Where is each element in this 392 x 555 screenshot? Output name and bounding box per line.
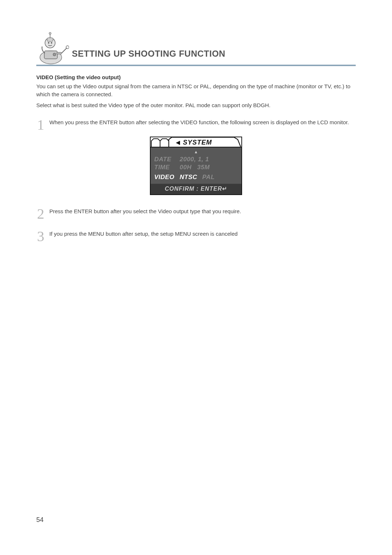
svg-point-5 <box>66 46 69 49</box>
svg-rect-3 <box>57 52 62 54</box>
svg-point-2 <box>53 53 56 56</box>
lcd-screen: ◀ SYSTEM ▲ DATE 2000, 1, 1 TIME 00H 35M <box>150 137 242 195</box>
svg-rect-7 <box>47 38 53 41</box>
header-row: SETTING UP SHOOTING FUNCTION <box>36 29 356 65</box>
lcd-video-pal: PAL <box>202 174 215 181</box>
paragraph-1: You can set up the Video output signal f… <box>36 82 356 98</box>
robot-cartoon-icon <box>36 29 69 65</box>
lcd-time-label: TIME <box>154 163 180 171</box>
step-row-1: 1 When you press the ENTER button after … <box>36 118 356 131</box>
step-row-3: 3 If you press the MENU button after set… <box>36 230 356 243</box>
left-arrow-icon: ◀ <box>176 139 180 145</box>
lcd-time-h: 00H <box>180 164 192 171</box>
page-title: SETTING UP SHOOTING FUNCTION <box>72 49 225 65</box>
step-text: When you press the ENTER button after se… <box>49 118 356 127</box>
lcd-figure-wrap: ◀ SYSTEM ▲ DATE 2000, 1, 1 TIME 00H 35M <box>36 137 356 195</box>
lcd-row-time: TIME 00H 35M <box>154 163 238 171</box>
enter-key-icon: ↵ <box>222 186 227 192</box>
up-arrow-icon: ▲ <box>154 150 238 154</box>
svg-point-11 <box>49 32 51 35</box>
lcd-row-date: DATE 2000, 1, 1 <box>154 155 238 163</box>
lcd-row-video: VIDEO NTSCPAL <box>154 173 238 181</box>
step-text: If you press the MENU button after setup… <box>49 230 356 238</box>
lcd-date-label: DATE <box>154 155 180 163</box>
page-container: SETTING UP SHOOTING FUNCTION VIDEO (Sett… <box>0 0 392 262</box>
lcd-time-m: 35M <box>197 164 210 171</box>
section-subtitle: VIDEO (Setting the video output) <box>36 74 356 80</box>
step-number: 1 <box>36 118 45 131</box>
lcd-time-value: 00H 35M <box>180 163 210 171</box>
step-row-2: 2 Press the ENTER button after you selec… <box>36 207 356 220</box>
lcd-video-value: NTSCPAL <box>180 173 215 181</box>
step-number: 2 <box>36 207 45 220</box>
svg-line-4 <box>62 48 67 53</box>
lcd-date-value: 2000, 1, 1 <box>180 155 209 163</box>
step-text: Press the ENTER button after you select … <box>49 207 356 216</box>
lcd-tab-bar: ◀ SYSTEM <box>151 137 241 147</box>
lcd-video-ntsc: NTSC <box>180 174 197 181</box>
step-number: 3 <box>36 230 45 243</box>
lcd-tab-title: SYSTEM <box>183 139 212 146</box>
lcd-confirm-text: CONFIRM : ENTER <box>165 186 222 192</box>
lcd-video-label: VIDEO <box>154 173 180 181</box>
lcd-body: ▲ DATE 2000, 1, 1 TIME 00H 35M VIDEO NTS… <box>151 147 241 184</box>
paragraph-2: Select what is best suited the Video typ… <box>36 101 356 109</box>
svg-point-9 <box>51 42 52 44</box>
lcd-footer: CONFIRM : ENTER↵ <box>151 184 241 194</box>
page-number: 54 <box>36 516 44 524</box>
svg-point-8 <box>48 42 49 44</box>
